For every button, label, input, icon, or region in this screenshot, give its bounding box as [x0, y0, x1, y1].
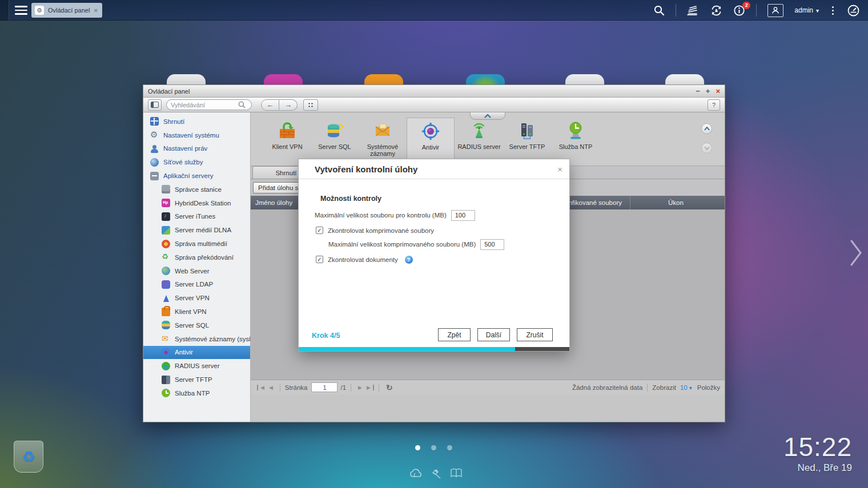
ribbon-item-syslog[interactable]: Systémové záznamy	[359, 118, 407, 165]
max-file-size-label: Maximální velikost souboru pro kontrolu …	[315, 212, 447, 219]
page-label: Stránka	[285, 384, 308, 391]
sidebar-item-web-server[interactable]: Web Server	[143, 264, 250, 278]
sidebar-item-sprava-multimedii[interactable]: Správa multimédií	[143, 237, 250, 251]
clock-date: Ned., Bře 19	[783, 462, 852, 474]
dialog-close-icon[interactable]: ×	[557, 165, 562, 174]
ribbon-item-radius[interactable]: RADIUS server	[455, 118, 503, 165]
sidebar-item-sitove-sluzby[interactable]: Síťové služby	[143, 155, 250, 169]
cloud-icon[interactable]	[409, 468, 424, 482]
ribbon-item-server-sql[interactable]: Server SQL	[311, 118, 359, 165]
ribbon-item-sluzba-ntp[interactable]: Služba NTP	[552, 118, 600, 165]
cancel-button[interactable]: Zrušit	[517, 328, 553, 341]
page-size-value[interactable]: 10	[680, 384, 688, 391]
sidebar-item-aplikacni-servery[interactable]: Aplikační servery	[143, 169, 250, 183]
gear-icon	[150, 131, 159, 139]
sidebar-item-server-dlna[interactable]: Server médií DLNA	[143, 223, 250, 237]
ribbon-scroll-down-button[interactable]	[701, 143, 712, 154]
sidebar-item-server-vpn[interactable]: Server VPN	[143, 291, 250, 305]
maximize-button[interactable]: +	[706, 87, 710, 95]
show-desktop-edge[interactable]	[0, 0, 9, 21]
desktop-next-page-chevron-icon[interactable]	[849, 237, 863, 271]
user-menu[interactable]: admin	[794, 6, 819, 14]
sidebar-item-klient-vpn[interactable]: Klient VPN	[143, 305, 250, 318]
dashboard-icon[interactable]	[847, 4, 860, 17]
sidebar-toggle-icon	[151, 102, 159, 108]
page-dot-1[interactable]	[415, 445, 420, 450]
window-titlebar[interactable]: Ovládací panel − + ×	[143, 85, 725, 98]
background-tasks-icon[interactable]	[687, 5, 700, 16]
page-size-caret-icon[interactable]	[689, 384, 692, 391]
first-page-icon[interactable]	[257, 385, 267, 390]
sidebar-item-nastaveni-systemu[interactable]: Nastavení systému	[143, 128, 250, 142]
sidebar-item-radius[interactable]: RADIUS server	[143, 359, 250, 373]
help-icon[interactable]	[405, 256, 413, 264]
previous-page-icon[interactable]	[267, 385, 275, 390]
more-options-icon[interactable]	[830, 5, 836, 16]
refresh-icon[interactable]	[384, 383, 395, 392]
search-icon[interactable]	[654, 5, 665, 16]
page-number-input[interactable]	[311, 382, 337, 392]
divider	[756, 4, 757, 17]
forward-button[interactable]: →	[279, 99, 298, 111]
station-manager-icon	[162, 185, 170, 193]
window-toolbar: ← → ?	[143, 98, 725, 112]
sidebar-item-antivir[interactable]: Antivir	[143, 346, 250, 360]
help-button[interactable]: ?	[708, 99, 720, 111]
next-page-icon[interactable]	[356, 385, 364, 390]
sidebar-item-nastaveni-prav[interactable]: Nastavení práv	[143, 142, 250, 156]
ribbon-item-server-tftp[interactable]: Server TFTP	[503, 118, 551, 165]
book-icon[interactable]	[450, 468, 463, 482]
system-alerts-icon[interactable]: 2	[733, 5, 745, 17]
minimize-button[interactable]: −	[696, 87, 700, 95]
ribbon-item-antivir[interactable]: Antivir	[407, 118, 455, 165]
wizard-progress-bar	[299, 347, 569, 351]
sidebar-item-server-sql[interactable]: Server SQL	[143, 318, 250, 332]
dialog-header: Vytvoření kontrolní úlohy ×	[299, 159, 569, 179]
sidebar-item-hybriddesk[interactable]: HybridDesk Station	[143, 196, 250, 210]
create-scan-task-dialog: Vytvoření kontrolní úlohy × Možnosti kon…	[298, 159, 570, 352]
max-file-size-input[interactable]	[451, 210, 475, 221]
notifications-sync-icon[interactable]	[710, 5, 722, 17]
ribbon-scroll-up-button[interactable]	[701, 123, 712, 134]
tab-close-icon[interactable]: ×	[94, 7, 98, 14]
sidebar-item-syslog[interactable]: Systémové záznamy (syslog...	[143, 332, 250, 346]
close-button[interactable]: ×	[716, 87, 720, 95]
column-header-action[interactable]: Úkon	[630, 196, 721, 209]
topbar-tab-control-panel[interactable]: Ovládací panel ×	[31, 3, 102, 18]
content-footer-strip	[251, 394, 725, 422]
sidebar-item-spravce-stanice[interactable]: Správce stanice	[143, 183, 250, 196]
tools-icon[interactable]	[431, 468, 443, 482]
max-compressed-size-input[interactable]	[480, 239, 504, 250]
multimedia-icon	[162, 240, 170, 248]
ribbon-collapse-tab[interactable]	[470, 112, 505, 120]
desktop-dock	[409, 468, 463, 482]
antivirus-icon	[162, 348, 170, 357]
recycle-bin-icon[interactable]	[14, 441, 43, 473]
compressed-files-checkbox[interactable]	[316, 227, 323, 234]
documents-checkbox[interactable]	[316, 256, 323, 263]
sidebar-item-shrnuti[interactable]: Shrnutí	[143, 115, 250, 128]
main-menu-icon[interactable]	[15, 6, 27, 15]
back-button[interactable]: ←	[261, 99, 279, 111]
page-dot-3[interactable]	[447, 445, 452, 450]
sql-icon	[162, 321, 170, 329]
sidebar-item-sprava-prekodovani[interactable]: Správa překódování	[143, 251, 250, 264]
sidebar-toggle-button[interactable]	[148, 99, 162, 111]
grid-view-button[interactable]	[303, 99, 318, 111]
page-dot-2[interactable]	[431, 445, 436, 450]
documents-label: Zkontrolovat dokumenty	[328, 256, 398, 263]
next-button[interactable]: Další	[477, 328, 510, 341]
ldap-icon	[162, 280, 170, 289]
user-avatar-icon[interactable]	[767, 4, 783, 17]
sidebar-item-server-itunes[interactable]: Server iTunes	[143, 210, 250, 224]
syslog-icon	[372, 120, 393, 141]
sidebar-item-server-tftp[interactable]: Server TFTP	[143, 373, 250, 386]
itunes-icon	[162, 212, 170, 221]
sidebar-item-sluzba-ntp[interactable]: Služba NTP	[143, 386, 250, 400]
search-input[interactable]	[171, 102, 238, 108]
last-page-icon[interactable]	[364, 385, 374, 390]
sidebar-item-server-ldap[interactable]: Server LDAP	[143, 278, 250, 292]
back-button[interactable]: Zpět	[438, 328, 471, 341]
ribbon-item-klient-vpn[interactable]: Klient VPN	[263, 118, 311, 165]
sql-icon	[324, 120, 345, 141]
